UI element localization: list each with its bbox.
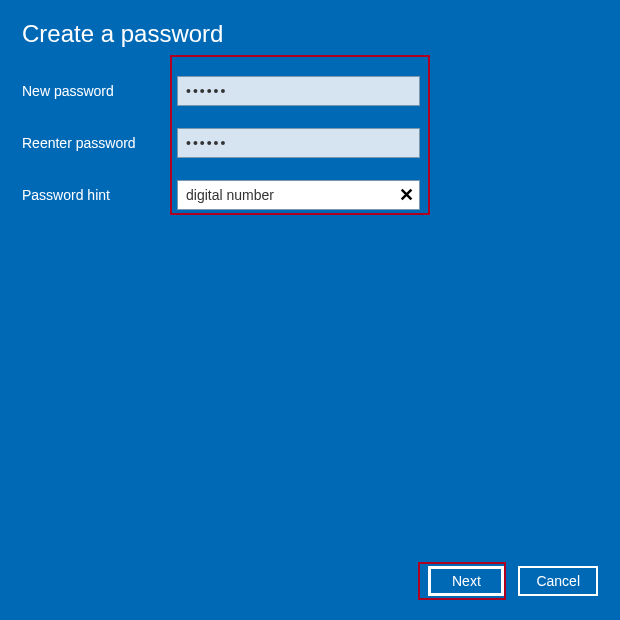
reenter-password-label: Reenter password [22, 135, 177, 151]
password-hint-label: Password hint [22, 187, 177, 203]
reenter-password-input[interactable] [177, 128, 420, 158]
clear-icon[interactable]: ✕ [399, 186, 414, 204]
password-hint-input[interactable] [177, 180, 420, 210]
next-button[interactable]: Next [428, 566, 504, 596]
new-password-input[interactable] [177, 76, 420, 106]
cancel-button[interactable]: Cancel [518, 566, 598, 596]
page-title: Create a password [22, 20, 598, 48]
new-password-label: New password [22, 83, 177, 99]
